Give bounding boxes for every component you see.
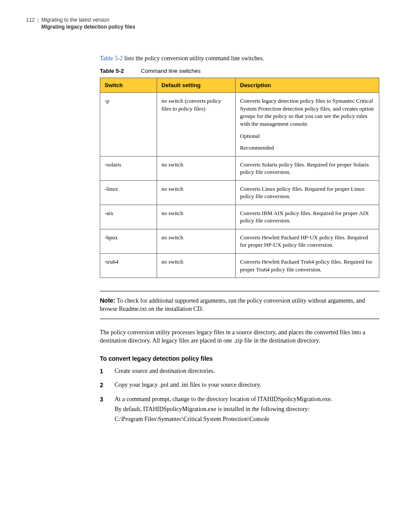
switches-table: Switch Default setting Description -pno … xyxy=(100,78,379,278)
step-number: 3 xyxy=(100,395,107,425)
cell-default: no switch (converts policy files to poli… xyxy=(157,93,236,156)
cell-description: Converts IBM AIX policy files. Required … xyxy=(236,205,379,229)
cell-description: Converts Linux policy files. Required fo… xyxy=(236,180,379,205)
step-text: Create source and destination directorie… xyxy=(115,367,379,377)
table-row: -pno switch (converts policy files to po… xyxy=(100,93,379,156)
description-paragraph: Converts Hewlett Packard HP-UX policy fi… xyxy=(240,234,375,249)
header-chapter: Migrating to the latest version xyxy=(41,16,135,23)
note-text: To check for additional supported argume… xyxy=(100,297,365,312)
page-number: 112 xyxy=(26,16,35,30)
cell-switch: -tru64 xyxy=(100,254,157,278)
cell-default: no switch xyxy=(157,180,236,205)
running-header: 112 | Migrating to the latest version Mi… xyxy=(26,16,388,30)
step-text: Copy your legacy .pol and .ini files to … xyxy=(115,381,379,391)
step-line: C:\Program Files\Symantec\Critical Syste… xyxy=(115,415,379,424)
table-row: -linuxno switchConverts Linux policy fil… xyxy=(100,180,379,205)
intro-paragraph: Table 5-2 lists the policy conversion ut… xyxy=(100,55,379,63)
table-row: -aixno switchConverts IBM AIX policy fil… xyxy=(100,205,379,229)
step-line: Create source and destination directorie… xyxy=(115,367,379,375)
step-item: 1Create source and destination directori… xyxy=(100,367,379,377)
body-paragraph: The policy conversion utility processes … xyxy=(100,329,379,345)
step-number: 2 xyxy=(100,381,107,391)
step-text: At a command prompt, change to the direc… xyxy=(115,395,379,425)
cell-switch: -hpux xyxy=(100,229,157,253)
table-caption: Table 5-2 Command line switches xyxy=(100,67,379,75)
cell-default: no switch xyxy=(157,205,236,229)
description-paragraph: Converts IBM AIX policy files. Required … xyxy=(240,209,375,225)
cell-default: no switch xyxy=(157,229,236,253)
table-row: -hpuxno switchConverts Hewlett Packard H… xyxy=(100,229,379,253)
step-line: By default, ITAHIDSpolicyMigration.exe i… xyxy=(115,405,379,414)
cell-switch: -solaris xyxy=(100,156,157,180)
step-item: 2Copy your legacy .pol and .ini files to… xyxy=(100,381,379,391)
cell-description: Converts Hewlett Packard HP-UX policy fi… xyxy=(236,229,379,253)
cell-description: Converts Hewlett Packard Tru64 policy fi… xyxy=(236,254,379,278)
note-box: Note: To check for additional supported … xyxy=(100,291,379,319)
procedure-steps: 1Create source and destination directori… xyxy=(100,367,379,425)
cell-default: no switch xyxy=(157,156,236,180)
description-paragraph: Converts Hewlett Packard Tru64 policy fi… xyxy=(240,258,375,273)
table-row: -tru64no switchConverts Hewlett Packard … xyxy=(100,254,379,278)
step-number: 1 xyxy=(100,367,107,377)
header-section: Migrating legacy detection policy files xyxy=(41,23,135,30)
cell-switch: -linux xyxy=(100,180,157,205)
table-reference-link[interactable]: Table 5-2 xyxy=(100,55,123,62)
step-line: At a command prompt, change to the direc… xyxy=(115,395,379,404)
description-paragraph: Converts Solaris policy files. Required … xyxy=(240,161,375,176)
divider: | xyxy=(37,16,39,30)
cell-switch: -aix xyxy=(100,205,157,229)
step-line: Copy your legacy .pol and .ini files to … xyxy=(115,381,379,389)
cell-switch: -p xyxy=(100,93,157,156)
table-title: Command line switches xyxy=(141,68,200,74)
col-header-description: Description xyxy=(236,78,379,93)
cell-default: no switch xyxy=(157,254,236,278)
cell-description: Converts Solaris policy files. Required … xyxy=(236,156,379,180)
intro-text: lists the policy conversion utility comm… xyxy=(123,55,264,62)
note-label: Note: xyxy=(100,297,115,304)
cell-description: Converts legacy detection policy files t… xyxy=(236,93,379,156)
description-paragraph: Converts Linux policy files. Required fo… xyxy=(240,185,375,200)
description-paragraph: Recommended xyxy=(240,144,375,152)
procedure-heading: To convert legacy detection policy files xyxy=(100,355,379,363)
col-header-switch: Switch xyxy=(100,78,157,93)
table-row: -solarisno switchConverts Solaris policy… xyxy=(100,156,379,180)
description-paragraph: Optional xyxy=(240,132,375,140)
table-label: Table 5-2 xyxy=(100,68,124,74)
col-header-default: Default setting xyxy=(157,78,236,93)
description-paragraph: Converts legacy detection policy files t… xyxy=(240,97,375,127)
step-item: 3At a command prompt, change to the dire… xyxy=(100,395,379,425)
